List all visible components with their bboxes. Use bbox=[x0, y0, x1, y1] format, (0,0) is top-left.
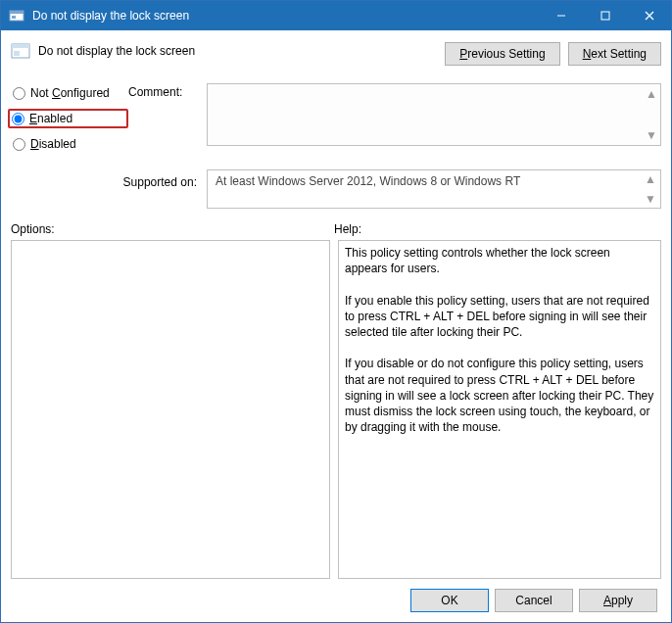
maximize-button[interactable] bbox=[583, 1, 627, 30]
comment-scroll-indicator: ▲▼ bbox=[646, 87, 659, 142]
policy-icon bbox=[9, 8, 24, 24]
radio-not-configured-input[interactable] bbox=[13, 87, 25, 100]
options-pane[interactable] bbox=[11, 240, 330, 579]
radio-enabled[interactable]: Enabled bbox=[8, 109, 128, 128]
policy-name: Do not display the lock screen bbox=[38, 44, 195, 58]
svg-rect-1 bbox=[10, 11, 24, 14]
state-radio-group: Not Configured Enabled Disabled bbox=[11, 83, 128, 160]
supported-on-label: Supported on: bbox=[11, 169, 207, 209]
radio-disabled[interactable]: Disabled bbox=[11, 134, 128, 154]
ok-button[interactable]: OK bbox=[410, 589, 489, 612]
svg-rect-2 bbox=[12, 16, 16, 19]
minimize-button[interactable] bbox=[539, 1, 583, 30]
svg-rect-4 bbox=[601, 12, 609, 20]
supported-on-text: At least Windows Server 2012, Windows 8 … bbox=[207, 169, 661, 209]
comment-input[interactable] bbox=[207, 83, 661, 146]
policy-doc-icon bbox=[11, 42, 30, 60]
apply-button[interactable]: Apply bbox=[579, 589, 657, 612]
next-setting-button[interactable]: Next Setting bbox=[568, 42, 661, 66]
close-button[interactable] bbox=[627, 1, 671, 30]
radio-disabled-input[interactable] bbox=[13, 138, 25, 151]
help-pane[interactable]: This policy setting controls whether the… bbox=[338, 240, 661, 579]
supported-scroll-indicator: ▲▼ bbox=[645, 172, 658, 206]
titlebar[interactable]: Do not display the lock screen bbox=[1, 1, 671, 30]
radio-disabled-label[interactable]: Disabled bbox=[30, 137, 76, 151]
window-title: Do not display the lock screen bbox=[32, 9, 539, 23]
window-controls bbox=[539, 1, 671, 30]
svg-rect-8 bbox=[12, 44, 29, 48]
radio-not-configured-label[interactable]: Not Configured bbox=[30, 86, 110, 100]
options-label: Options: bbox=[11, 222, 334, 236]
svg-rect-9 bbox=[14, 51, 20, 56]
radio-not-configured[interactable]: Not Configured bbox=[11, 83, 128, 103]
radio-enabled-input[interactable] bbox=[12, 113, 24, 125]
radio-enabled-label[interactable]: Enabled bbox=[29, 112, 72, 125]
previous-setting-button[interactable]: Previous Setting bbox=[445, 42, 559, 66]
help-label: Help: bbox=[334, 222, 361, 236]
supported-on-value: At least Windows Server 2012, Windows 8 … bbox=[216, 174, 520, 188]
cancel-button[interactable]: Cancel bbox=[495, 589, 573, 612]
comment-label: Comment: bbox=[128, 83, 207, 146]
